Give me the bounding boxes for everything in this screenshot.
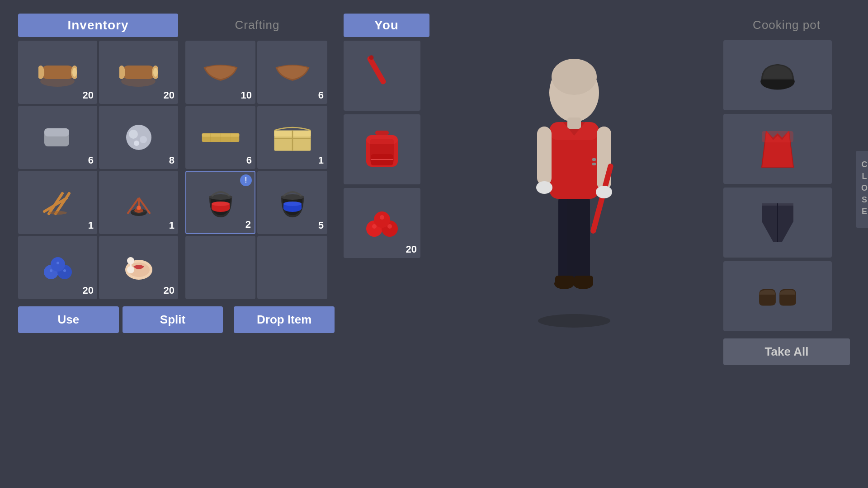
svg-rect-61 bbox=[366, 135, 398, 144]
vest-red-icon bbox=[757, 129, 798, 169]
inventory-item-ore[interactable]: 8 bbox=[99, 106, 178, 169]
svg-point-65 bbox=[372, 224, 377, 229]
inventory-header: Inventory bbox=[18, 14, 178, 37]
bottom-buttons: Use Split Drop Item bbox=[18, 306, 335, 333]
campfire-count: 1 bbox=[169, 220, 175, 231]
crafting-item-plank[interactable]: 6 bbox=[185, 106, 255, 169]
character-panel bbox=[434, 14, 714, 330]
svg-point-19 bbox=[49, 211, 67, 215]
svg-rect-74 bbox=[574, 276, 593, 286]
log2-count: 20 bbox=[164, 89, 175, 101]
cooking-slot-vest[interactable] bbox=[723, 114, 832, 184]
leather2-icon bbox=[272, 52, 313, 93]
close-button[interactable]: CLOSE bbox=[856, 151, 868, 228]
ore-count: 8 bbox=[169, 155, 175, 166]
svg-point-67 bbox=[380, 215, 384, 220]
svg-rect-85 bbox=[592, 158, 596, 161]
crafting-grid: 10 6 bbox=[185, 41, 327, 299]
log1-count: 20 bbox=[83, 89, 94, 101]
log1-icon bbox=[38, 52, 78, 93]
plank-icon bbox=[200, 117, 241, 158]
leather1-count: 10 bbox=[241, 89, 252, 101]
you-panel: You bbox=[344, 14, 434, 330]
crafting-item-bucket-blue[interactable]: 5 bbox=[257, 171, 327, 234]
cooking-title: Cooking pot bbox=[723, 14, 850, 37]
sticks-icon bbox=[38, 182, 78, 223]
you-slot-backpack[interactable] bbox=[344, 114, 420, 184]
leather2-count: 6 bbox=[318, 89, 324, 101]
you-slot-berries[interactable]: 20 bbox=[344, 188, 420, 258]
close-label: CLOSE bbox=[859, 160, 868, 219]
drop-item-button[interactable]: Drop Item bbox=[234, 306, 335, 333]
svg-rect-88 bbox=[762, 131, 793, 142]
sticks-count: 1 bbox=[88, 220, 94, 231]
svg-rect-54 bbox=[366, 55, 387, 85]
svg-point-15 bbox=[134, 141, 139, 146]
leather1-icon bbox=[200, 52, 241, 93]
you-title: You bbox=[344, 14, 429, 37]
crafting-item-empty2[interactable] bbox=[257, 236, 327, 299]
bucket-red-count: 2 bbox=[245, 219, 251, 230]
crafting-item-empty1[interactable] bbox=[185, 236, 255, 299]
left-panel: Inventory Crafting bbox=[18, 14, 335, 333]
svg-point-12 bbox=[126, 125, 151, 150]
character-model bbox=[488, 14, 660, 330]
crafting-header: Crafting bbox=[185, 14, 329, 37]
cooking-slot-shoes[interactable] bbox=[723, 261, 832, 331]
crafting-item-leather1[interactable]: 10 bbox=[185, 41, 255, 104]
svg-rect-86 bbox=[592, 163, 596, 165]
crafting-title: Crafting bbox=[185, 14, 329, 37]
svg-point-3 bbox=[72, 68, 77, 77]
svg-point-36 bbox=[127, 266, 134, 273]
svg-rect-79 bbox=[537, 127, 552, 185]
bat-icon bbox=[362, 56, 402, 96]
stone-icon bbox=[38, 117, 78, 158]
svg-point-68 bbox=[538, 314, 610, 328]
bucket-red-badge: ! bbox=[240, 174, 252, 186]
cooking-slot-pants[interactable] bbox=[723, 188, 832, 258]
inventory-item-blueberries[interactable]: 20 bbox=[18, 236, 97, 299]
backpack-icon bbox=[362, 129, 402, 170]
you-slot-bat[interactable] bbox=[344, 41, 420, 111]
svg-point-83 bbox=[596, 186, 612, 198]
campfire-icon bbox=[118, 182, 159, 223]
crafting-item-bucket-red[interactable]: ! bbox=[185, 171, 255, 234]
svg-line-18 bbox=[44, 198, 67, 211]
inventory-item-campfire[interactable]: 1 bbox=[99, 171, 178, 234]
crafting-item-crate[interactable]: 1 bbox=[257, 106, 327, 169]
headers-row: Inventory Crafting bbox=[18, 14, 335, 37]
pants-icon bbox=[757, 202, 798, 243]
split-button[interactable]: Split bbox=[123, 306, 223, 333]
plank-count: 6 bbox=[246, 155, 252, 166]
svg-point-31 bbox=[57, 262, 59, 264]
inventory-item-meat[interactable]: 20 bbox=[99, 236, 178, 299]
take-all-button[interactable]: Take All bbox=[723, 338, 850, 365]
crafting-item-leather2[interactable]: 6 bbox=[257, 41, 327, 104]
cooking-slot-helmet[interactable] bbox=[723, 40, 832, 110]
inventory-item-log1[interactable]: 20 bbox=[18, 41, 97, 104]
svg-rect-70 bbox=[567, 194, 590, 285]
meat-icon bbox=[118, 247, 159, 288]
bucket-red-icon bbox=[200, 182, 241, 223]
middle-panel: You bbox=[344, 14, 714, 330]
stone-count: 6 bbox=[88, 155, 94, 166]
crate-count: 1 bbox=[318, 155, 324, 166]
inventory-item-log2[interactable]: 20 bbox=[99, 41, 178, 104]
svg-rect-73 bbox=[555, 276, 574, 286]
inventory-grid: 20 20 bbox=[18, 41, 178, 299]
inventory-item-sticks[interactable]: 1 bbox=[18, 171, 97, 234]
svg-point-52 bbox=[283, 202, 302, 206]
svg-point-30 bbox=[63, 269, 66, 272]
bucket-blue-count: 5 bbox=[318, 220, 324, 231]
blueberries-count: 20 bbox=[83, 285, 94, 296]
svg-rect-82 bbox=[567, 117, 581, 129]
log2-icon bbox=[118, 52, 159, 93]
blueberries-icon bbox=[38, 247, 78, 288]
inventory-item-stone[interactable]: 6 bbox=[18, 106, 97, 169]
meat-count: 20 bbox=[164, 285, 175, 296]
use-button[interactable]: Use bbox=[18, 306, 119, 333]
svg-rect-1 bbox=[41, 66, 75, 79]
red-berries-icon bbox=[362, 203, 402, 244]
svg-rect-11 bbox=[44, 128, 69, 136]
svg-point-81 bbox=[552, 59, 597, 95]
